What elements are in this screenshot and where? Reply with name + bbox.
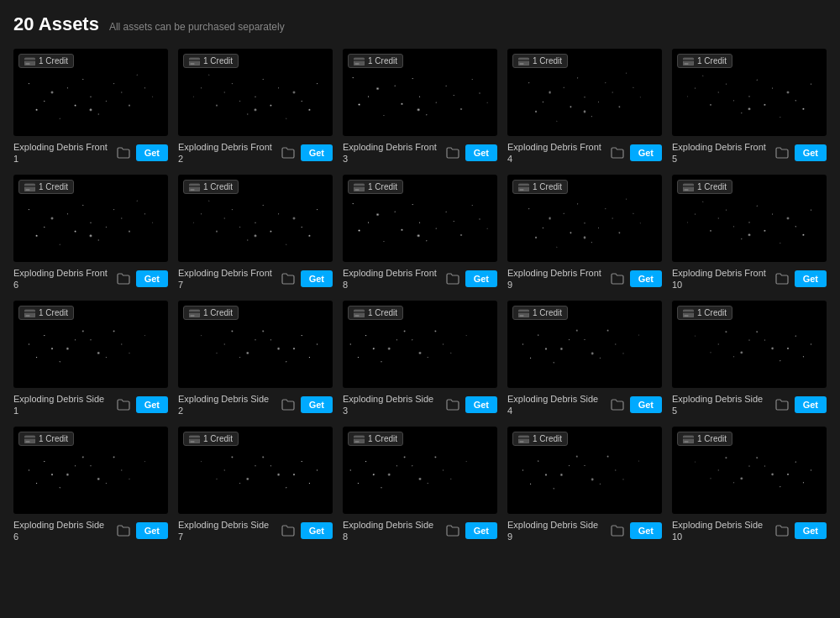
asset-item: 1 Credit Exploding Debris Side 9 Get (507, 427, 662, 542)
get-button[interactable]: Get (136, 270, 168, 287)
folder-button[interactable] (114, 395, 133, 414)
asset-footer: Exploding Debris Side 10 Get (672, 519, 827, 543)
credit-badge: 1 Credit (512, 432, 568, 446)
svg-rect-13 (683, 60, 694, 61)
credit-badge-text: 1 Credit (697, 308, 727, 317)
get-button[interactable]: Get (465, 144, 497, 161)
asset-name: Exploding Debris Side 3 (343, 393, 440, 417)
asset-footer: Exploding Debris Side 4 Get (507, 393, 662, 417)
asset-footer: Exploding Debris Side 7 Get (178, 519, 333, 543)
get-button[interactable]: Get (301, 270, 333, 287)
get-button[interactable]: Get (301, 396, 333, 413)
asset-name: Exploding Debris Side 5 (672, 393, 769, 417)
asset-thumbnail: 1 Credit (507, 427, 662, 514)
folder-button[interactable] (114, 270, 133, 288)
asset-thumbnail: 1 Credit (178, 301, 333, 388)
credit-badge-text: 1 Credit (39, 434, 68, 443)
svg-rect-21 (354, 184, 365, 191)
svg-rect-31 (24, 312, 35, 313)
credit-badge-text: 1 Credit (533, 308, 562, 317)
folder-button[interactable] (608, 521, 627, 540)
folder-button[interactable] (773, 270, 791, 288)
get-button[interactable]: Get (136, 144, 168, 161)
get-button[interactable]: Get (465, 522, 497, 539)
svg-rect-54 (518, 436, 529, 443)
folder-button[interactable] (114, 144, 133, 162)
get-button[interactable]: Get (795, 270, 827, 287)
folder-button[interactable] (773, 521, 791, 540)
asset-footer: Exploding Debris Front 5 Get (672, 141, 827, 165)
asset-thumbnail: 1 Credit (672, 301, 827, 388)
credit-icon (683, 434, 694, 443)
asset-name: Exploding Debris Front 9 (507, 267, 605, 291)
folder-button[interactable] (608, 395, 627, 414)
asset-actions: Get (608, 270, 662, 288)
asset-actions: Get (608, 395, 662, 414)
asset-actions: Get (608, 521, 662, 540)
svg-rect-45 (24, 436, 35, 443)
get-button[interactable]: Get (465, 396, 497, 413)
svg-rect-15 (24, 184, 35, 191)
asset-footer: Exploding Debris Front 10 Get (672, 267, 827, 291)
svg-rect-55 (518, 437, 529, 439)
asset-actions: Get (608, 144, 662, 162)
folder-button[interactable] (608, 144, 627, 162)
folder-button[interactable] (279, 270, 297, 288)
asset-name: Exploding Debris Side 10 (672, 519, 769, 543)
folder-button[interactable] (279, 395, 297, 414)
credit-icon (24, 308, 35, 317)
get-button[interactable]: Get (465, 270, 497, 287)
asset-thumbnail: 1 Credit (13, 427, 168, 514)
asset-thumbnail: 1 Credit (178, 427, 333, 514)
credit-badge-text: 1 Credit (203, 182, 233, 191)
folder-button[interactable] (773, 395, 791, 414)
svg-rect-49 (189, 437, 200, 439)
asset-name: Exploding Debris Front 10 (672, 267, 769, 291)
asset-name: Exploding Debris Front 7 (178, 267, 276, 291)
folder-button[interactable] (444, 270, 462, 288)
folder-button[interactable] (773, 144, 791, 162)
get-button[interactable]: Get (301, 522, 333, 539)
asset-footer: Exploding Debris Front 3 Get (343, 141, 497, 165)
asset-footer: Exploding Debris Side 1 Get (13, 393, 168, 417)
credit-badge: 1 Credit (512, 180, 568, 194)
get-button[interactable]: Get (630, 396, 662, 413)
folder-button[interactable] (279, 521, 297, 540)
asset-name: Exploding Debris Side 1 (13, 393, 111, 417)
asset-thumbnail: 1 Credit (343, 301, 497, 388)
get-button[interactable]: Get (630, 522, 662, 539)
credit-badge: 1 Credit (183, 180, 239, 194)
credit-badge-text: 1 Credit (697, 182, 727, 191)
credit-badge: 1 Credit (677, 54, 732, 68)
svg-rect-51 (354, 436, 365, 443)
asset-actions: Get (444, 395, 497, 414)
folder-button[interactable] (444, 395, 462, 414)
asset-item: 1 Credit Exploding Debris Front 9 Get (507, 175, 662, 291)
get-button[interactable]: Get (301, 144, 333, 161)
get-button[interactable]: Get (136, 396, 168, 413)
svg-rect-42 (683, 310, 694, 317)
folder-button[interactable] (444, 521, 462, 540)
credit-badge-text: 1 Credit (203, 56, 233, 65)
credit-icon (354, 308, 365, 317)
get-button[interactable]: Get (136, 522, 168, 539)
asset-item: 1 Credit Exploding Debris Side 2 Get (178, 301, 333, 416)
credit-badge: 1 Credit (512, 54, 568, 68)
get-button[interactable]: Get (795, 522, 827, 539)
credit-badge: 1 Credit (348, 54, 403, 68)
svg-rect-25 (518, 186, 529, 187)
folder-button[interactable] (279, 144, 297, 162)
asset-actions: Get (773, 270, 827, 288)
get-button[interactable]: Get (795, 144, 827, 161)
credit-icon (189, 182, 200, 191)
svg-rect-10 (518, 60, 529, 61)
folder-button[interactable] (114, 521, 133, 540)
get-button[interactable]: Get (630, 270, 662, 287)
asset-footer: Exploding Debris Side 2 Get (178, 393, 333, 417)
asset-item: 1 Credit Exploding Debris Front 6 Get (13, 175, 168, 291)
folder-button[interactable] (444, 144, 462, 162)
get-button[interactable]: Get (630, 144, 662, 161)
get-button[interactable]: Get (795, 396, 827, 413)
folder-button[interactable] (608, 270, 627, 288)
asset-thumbnail: 1 Credit (672, 175, 827, 262)
